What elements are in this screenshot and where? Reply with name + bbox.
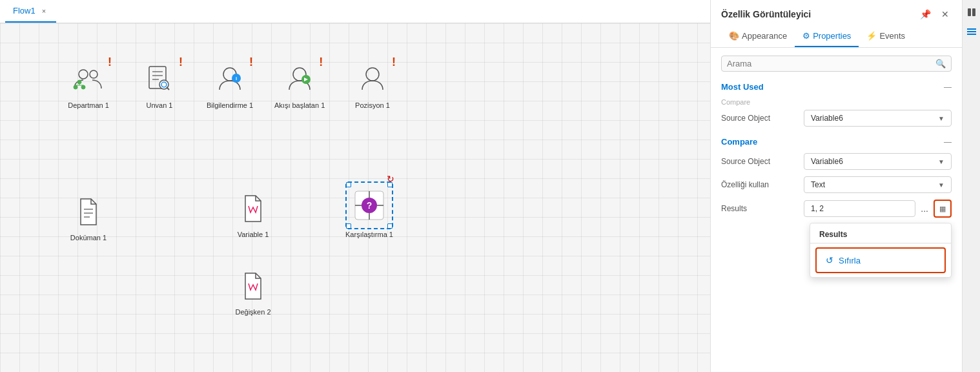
node-label-akis1: Akışı başlatan 1 <box>274 101 325 109</box>
flow-canvas[interactable]: ! Departman 1 ! <box>0 23 710 372</box>
node-label-variable1: Variable 1 <box>238 231 269 238</box>
most-used-title: Most Used <box>721 82 764 92</box>
search-row: 🔍 <box>721 56 952 72</box>
error-badge: ! <box>392 56 396 68</box>
tab-label: Flow1 <box>13 6 36 16</box>
compare-section-header: Compare — <box>721 137 952 147</box>
panel-title-text: Özellik Görüntüleyici <box>721 9 811 19</box>
compare-section-collapse[interactable]: — <box>944 138 952 147</box>
pin-button[interactable]: 📌 <box>917 8 934 21</box>
events-icon: ⚡ <box>866 31 877 41</box>
results-input[interactable] <box>804 200 915 217</box>
node-label-karsilastirma1: Karşılaştırma 1 <box>345 231 393 238</box>
results-control: ... ▦ Results ↺ Sıfırla <box>804 200 952 218</box>
ozellik-kullan-value: Text <box>811 180 825 189</box>
appearance-icon: 🎨 <box>729 31 739 41</box>
node-departman1[interactable]: ! Departman 1 <box>68 59 109 109</box>
svg-point-3 <box>81 85 85 89</box>
reset-icon: ↺ <box>826 255 833 265</box>
node-akis1[interactable]: ! Akışı başlatan 1 <box>274 59 325 109</box>
tab-appearance[interactable]: 🎨 Appearance <box>721 26 795 47</box>
compare-sublabel: Compare <box>721 98 952 106</box>
most-used-section: Most Used — Compare Source Object Variab… <box>721 82 952 127</box>
source-object-dropdown-2[interactable]: Variable6 ▼ <box>804 153 952 170</box>
svg-rect-36 <box>967 34 976 35</box>
source-object-value-2: Variable6 <box>811 157 843 166</box>
results-label: Results <box>721 204 799 213</box>
node-label-bilgilendirme1: Bilgilendirme 1 <box>207 101 253 109</box>
edge-button-1[interactable] <box>965 5 979 19</box>
source-object-label-2: Source Object <box>721 157 799 166</box>
node-karsilastirma1[interactable]: ↻ ? <box>345 181 393 238</box>
search-input[interactable] <box>727 59 935 68</box>
right-panel: Özellik Görüntüleyici 📌 ✕ 🎨 Appearance ⚙… <box>710 0 962 372</box>
results-popup-divider <box>810 243 951 243</box>
results-popup: Results ↺ Sıfırla <box>810 223 952 278</box>
error-badge: ! <box>319 56 323 68</box>
source-object-dropdown-1[interactable]: Variable6 ▼ <box>804 110 952 127</box>
most-used-collapse[interactable]: — <box>944 83 952 92</box>
panel-tabs: 🎨 Appearance ⚙ Properties ⚡ Events <box>721 26 952 47</box>
node-unvan1[interactable]: ! Unvan 1 <box>139 59 180 109</box>
error-badge: ! <box>179 56 183 68</box>
source-object-row-1: Source Object Variable6 ▼ <box>721 110 952 127</box>
svg-point-4 <box>74 85 77 89</box>
svg-rect-33 <box>972 8 975 16</box>
results-popup-title: Results <box>810 223 951 243</box>
node-pozisyon1[interactable]: ! Pozisyon 1 <box>352 59 393 109</box>
svg-rect-35 <box>967 28 976 30</box>
tab-bar: Flow1 × <box>0 0 710 23</box>
svg-point-21 <box>366 68 379 81</box>
svg-point-0 <box>79 70 88 79</box>
most-used-header: Most Used — <box>721 82 952 92</box>
flow-tab[interactable]: Flow1 × <box>5 0 56 23</box>
compare-section-title: Compare <box>721 137 757 147</box>
svg-rect-34 <box>967 31 976 32</box>
panel-body: 🔍 Most Used — Compare Source Object Vari… <box>711 48 962 372</box>
svg-rect-32 <box>968 8 971 16</box>
tab-events[interactable]: ⚡ Events <box>859 26 913 47</box>
error-badge: ! <box>249 56 253 68</box>
close-panel-button[interactable]: ✕ <box>939 8 952 21</box>
node-label-unvan1: Unvan 1 <box>147 101 173 109</box>
compare-section: Compare — Source Object Variable6 ▼ Özel… <box>721 137 952 218</box>
panel-title-actions: 📌 ✕ <box>917 8 952 21</box>
ozellik-kullan-dropdown[interactable]: Text ▼ <box>804 176 952 193</box>
tab-close-button[interactable]: × <box>39 6 48 16</box>
node-label-dokuman1: Doküman 1 <box>70 234 107 242</box>
results-row: Results ... ▦ Results ↺ Sıfırla <box>721 200 952 218</box>
chevron-down-icon: ▼ <box>938 115 944 122</box>
sifirla-label: Sıfırla <box>839 256 861 265</box>
results-edit-button[interactable]: ▦ <box>934 200 952 218</box>
source-object-value-1: Variable6 <box>811 114 843 123</box>
properties-icon: ⚙ <box>802 31 810 41</box>
svg-text:i: i <box>236 76 237 81</box>
chevron-down-icon-3: ▼ <box>938 181 944 189</box>
canvas-area: Flow1 × ! De <box>0 0 710 372</box>
node-variable1[interactable]: Variable 1 <box>232 188 274 238</box>
node-dokuman1[interactable]: Doküman 1 <box>68 191 109 242</box>
ozellik-kullan-label: Özelliği kullan <box>721 180 799 189</box>
panel-header: Özellik Görüntüleyici 📌 ✕ 🎨 Appearance ⚙… <box>711 0 962 48</box>
ozellik-kullan-row: Özelliği kullan Text ▼ <box>721 176 952 193</box>
search-icon: 🔍 <box>935 59 946 68</box>
node-bilgilendirme1[interactable]: ! i Bilgilendirme 1 <box>207 59 253 109</box>
panel-title-row: Özellik Görüntüleyici 📌 ✕ <box>721 8 952 26</box>
svg-point-1 <box>90 70 97 78</box>
tab-events-label: Events <box>879 31 905 41</box>
edge-button-2[interactable] <box>965 25 979 39</box>
source-object-row-2: Source Object Variable6 ▼ <box>721 153 952 170</box>
results-dots-button[interactable]: ... <box>918 201 931 216</box>
tab-properties[interactable]: ⚙ Properties <box>795 26 859 47</box>
source-object-label-1: Source Object <box>721 114 799 123</box>
node-label-degisken2: Değişken 2 <box>235 308 271 316</box>
chevron-down-icon-2: ▼ <box>938 158 944 165</box>
edge-panel <box>962 0 980 372</box>
svg-point-2 <box>77 80 81 84</box>
node-degisken2[interactable]: Değişken 2 <box>232 265 274 316</box>
error-badge: ! <box>108 56 112 68</box>
svg-text:?: ? <box>367 200 373 211</box>
sifirla-button[interactable]: ↺ Sıfırla <box>815 247 946 273</box>
tab-appearance-label: Appearance <box>742 31 787 41</box>
tab-properties-label: Properties <box>813 31 851 41</box>
